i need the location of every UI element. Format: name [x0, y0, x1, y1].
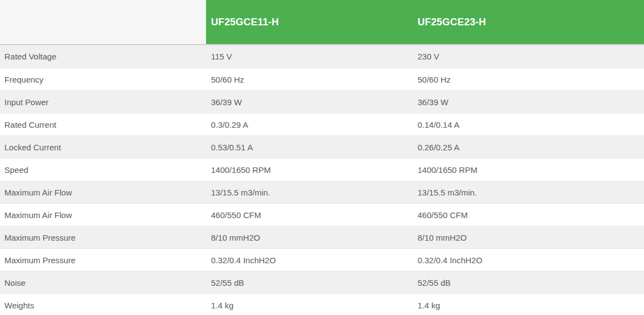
value-cell-model-1: 0.32/0.4 InchH2O	[206, 249, 413, 271]
row-label: Weights	[0, 294, 206, 315]
row-label: Maximum Air Flow	[0, 181, 206, 203]
row-label: Maximum Air Flow	[0, 204, 206, 226]
row-label: Rated Voltage	[0, 45, 206, 68]
value-cell-model-2: 0.14/0.14 A	[413, 113, 644, 135]
value-cell-model-1: 0.3/0.29 A	[206, 113, 413, 135]
value-cell-model-1: 0.53/0.51 A	[206, 136, 413, 158]
table-row-rated-current: Rated Current 0.3/0.29 A 0.14/0.14 A	[0, 113, 644, 135]
row-label: Speed	[0, 159, 206, 181]
row-label: Rated Current	[0, 113, 206, 135]
value-cell-model-1: 36/39 W	[206, 91, 413, 113]
table-row-speed: Speed 1400/1650 RPM 1400/1650 RPM	[0, 158, 644, 181]
value-cell-model-2: 0.32/0.4 InchH2O	[413, 249, 644, 271]
value-cell-model-2: 1.4 kg	[413, 294, 644, 315]
value-cell-model-2: 0.26/0.25 A	[413, 136, 644, 158]
table-row-max-pressure-mm: Maximum Pressure 8/10 mmH2O 8/10 mmH2O	[0, 226, 644, 248]
value-cell-model-2: 36/39 W	[413, 91, 644, 113]
value-cell-model-2: 13/15.5 m3/min.	[413, 181, 644, 203]
row-label: Input Power	[0, 91, 206, 113]
value-cell-model-2: 52/55 dB	[413, 271, 644, 294]
table-row-input-power: Input Power 36/39 W 36/39 W	[0, 90, 644, 113]
row-label: Maximum Pressure	[0, 249, 206, 271]
value-cell-model-1: 8/10 mmH2O	[206, 226, 413, 248]
value-cell-model-1: 115 V	[206, 45, 413, 68]
value-cell-model-2: 1400/1650 RPM	[413, 159, 644, 181]
value-cell-model-2: 8/10 mmH2O	[413, 226, 644, 248]
table-header-row: UF25GCE11-H UF25GCE23-H	[0, 0, 644, 45]
value-cell-model-2: 50/60 Hz	[413, 68, 644, 90]
value-cell-model-1: 1400/1650 RPM	[206, 159, 413, 181]
row-label: Frequency	[0, 68, 206, 90]
row-label: Locked Current	[0, 136, 206, 158]
value-cell-model-2: 230 V	[413, 45, 644, 68]
table-row-frequency: Frequency 50/60 Hz 50/60 Hz	[0, 68, 644, 90]
table-row-max-air-flow-cfm: Maximum Air Flow 460/550 CFM 460/550 CFM	[0, 203, 644, 226]
spec-table: UF25GCE11-H UF25GCE23-H Rated Voltage 11…	[0, 0, 644, 315]
row-label: Maximum Pressure	[0, 226, 206, 248]
header-empty-cell	[0, 0, 206, 44]
value-cell-model-1: 50/60 Hz	[206, 68, 413, 90]
table-body: Rated Voltage 115 V 230 V Frequency 50/6…	[0, 45, 644, 315]
table-row-max-air-flow-metric: Maximum Air Flow 13/15.5 m3/min. 13/15.5…	[0, 181, 644, 203]
table-row-max-pressure-inch: Maximum Pressure 0.32/0.4 InchH2O 0.32/0…	[0, 248, 644, 271]
value-cell-model-1: 52/55 dB	[206, 271, 413, 294]
value-cell-model-1: 460/550 CFM	[206, 204, 413, 226]
table-row-rated-voltage: Rated Voltage 115 V 230 V	[0, 45, 644, 68]
value-cell-model-1: 1.4 kg	[206, 294, 413, 315]
row-label: Noise	[0, 271, 206, 294]
table-row-noise: Noise 52/55 dB 52/55 dB	[0, 271, 644, 294]
table-row-locked-current: Locked Current 0.53/0.51 A 0.26/0.25 A	[0, 135, 644, 158]
table-row-weights: Weights 1.4 kg 1.4 kg	[0, 294, 644, 315]
value-cell-model-2: 460/550 CFM	[413, 204, 644, 226]
value-cell-model-1: 13/15.5 m3/min.	[206, 181, 413, 203]
column-header-model-2: UF25GCE23-H	[413, 0, 644, 44]
page: UF25GCE11-H UF25GCE23-H Rated Voltage 11…	[0, 0, 644, 315]
column-header-model-1: UF25GCE11-H	[206, 0, 413, 44]
